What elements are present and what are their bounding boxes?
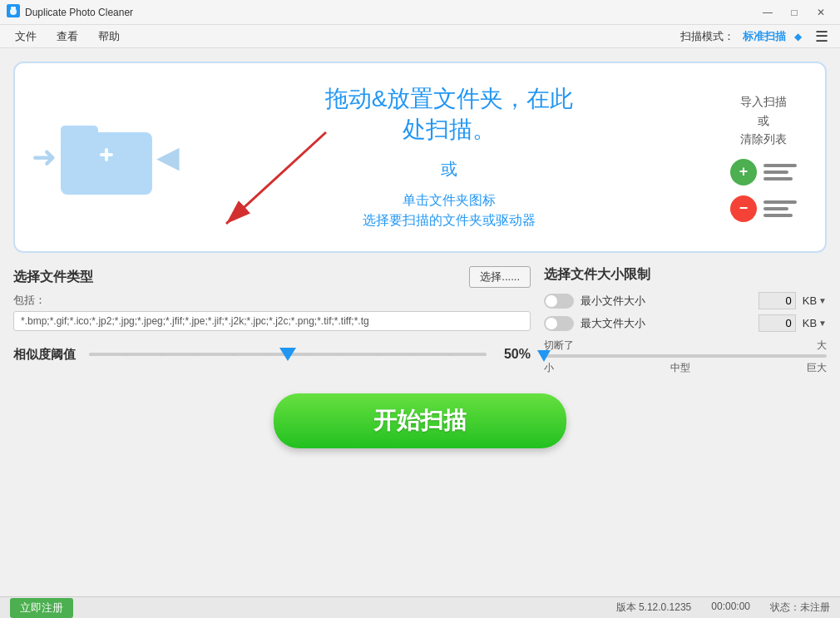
import-section: 导入扫描或清除列表 + −: [722, 92, 805, 221]
svg-rect-2: [11, 7, 16, 9]
menu-file[interactable]: 文件: [7, 26, 45, 47]
similarity-slider[interactable]: · · · · · · · · · · · ·: [89, 344, 487, 364]
main-content: ➜ ◀: [0, 48, 840, 462]
max-size-unit: KB ▼: [803, 317, 827, 329]
menubar-right: 扫描模式： 标准扫描 ◆ ☰: [680, 26, 833, 47]
min-size-input[interactable]: [758, 292, 796, 309]
menubar-left: 文件 查看 帮助: [7, 26, 128, 47]
import-label: 导入扫描或清除列表: [740, 92, 787, 148]
statusbar: 立即注册 版本 5.12.0.1235 00:00:00 状态：未注册: [0, 596, 840, 618]
similarity-section: 相似度阈值 · · · · · · · · · ·: [13, 344, 531, 364]
drop-zone-main-text: 拖动&放置文件夹，在此处扫描。: [193, 84, 705, 145]
file-type-header: 选择文件类型 选择......: [13, 266, 531, 288]
file-types-display: *.bmp;*.gif;*.ico;*.jp2;*.jpg;*.jpeg;*.j…: [13, 311, 531, 331]
titlebar: Duplicate Photo Cleaner — □ ✕: [0, 0, 840, 25]
drop-zone[interactable]: ➜ ◀: [13, 62, 827, 253]
min-file-size-row: 最小文件大小 KB ▼: [544, 292, 827, 309]
svg-rect-4: [61, 126, 98, 141]
scan-mode-arrow-icon: ◆: [794, 31, 802, 42]
folder-area: ➜ ◀: [35, 111, 176, 203]
similarity-slider-thumb: [279, 348, 296, 361]
max-size-toggle[interactable]: [544, 316, 574, 331]
max-size-toggle-knob: [546, 318, 557, 329]
file-size-title: 选择文件大小限制: [544, 266, 827, 284]
timer-label: 00:00:00: [711, 601, 750, 615]
svg-rect-3: [61, 132, 152, 195]
close-button[interactable]: ✕: [808, 4, 833, 21]
add-icon: +: [730, 159, 757, 185]
scan-mode-value[interactable]: 标准扫描: [743, 29, 786, 44]
svg-point-1: [10, 8, 17, 15]
file-size-slider-thumb: [537, 350, 551, 362]
start-scan-button[interactable]: 开始扫描: [274, 393, 566, 448]
file-type-section: 选择文件类型 选择...... 包括： *.bmp;*.gif;*.ico;*.…: [13, 266, 531, 375]
file-size-slider-top-labels: 切断了 大: [544, 339, 827, 353]
similarity-slider-track: · · · · · · · · · · · ·: [89, 353, 487, 356]
select-file-types-button[interactable]: 选择......: [469, 266, 531, 288]
status-label: 状态：未注册: [770, 601, 830, 615]
arrow-right-icon: ➜: [32, 140, 57, 175]
titlebar-left: Duplicate Photo Cleaner: [7, 4, 133, 21]
add-list-lines-icon: [763, 164, 797, 180]
min-size-label: 最小文件大小: [581, 294, 752, 309]
file-size-slider[interactable]: [544, 354, 827, 358]
titlebar-controls: — □ ✕: [755, 4, 833, 21]
max-file-size-row: 最大文件大小 KB ▼: [544, 314, 827, 332]
min-unit-dropdown-icon[interactable]: ▼: [818, 296, 827, 305]
menu-help[interactable]: 帮助: [90, 26, 128, 47]
bottom-section: 选择文件类型 选择...... 包括： *.bmp;*.gif;*.ico;*.…: [13, 266, 827, 375]
app-icon: [7, 4, 20, 21]
drop-zone-sub-text: 单击文件夹图标选择要扫描的文件夹或驱动器: [193, 190, 705, 230]
includes-label: 包括：: [13, 293, 531, 308]
import-remove-button[interactable]: −: [730, 195, 797, 222]
max-size-input[interactable]: [758, 314, 796, 332]
import-add-button[interactable]: +: [730, 159, 797, 185]
max-unit-dropdown-icon[interactable]: ▼: [818, 319, 827, 328]
status-info: 版本 5.12.0.1235 00:00:00 状态：未注册: [616, 601, 830, 615]
remove-list-lines-icon: [763, 200, 797, 217]
file-size-section: 选择文件大小限制 最小文件大小 KB ▼ 最大文件大小: [544, 266, 827, 375]
file-size-slider-section: 切断了 大 小 中型 巨大: [544, 339, 827, 375]
min-size-unit: KB ▼: [803, 294, 827, 307]
file-type-title: 选择文件类型: [13, 269, 93, 286]
drop-zone-or-text: 或: [193, 158, 705, 180]
minus-icon: −: [730, 195, 757, 222]
min-size-toggle-knob: [546, 295, 557, 307]
arrow-left-icon: ◀: [156, 140, 180, 175]
titlebar-title: Duplicate Photo Cleaner: [25, 7, 133, 18]
register-button[interactable]: 立即注册: [10, 598, 73, 618]
minimize-button[interactable]: —: [755, 4, 780, 21]
svg-rect-6: [105, 148, 108, 161]
scan-mode-label: 扫描模式：: [680, 29, 734, 44]
scan-btn-container: 开始扫描: [13, 385, 827, 455]
similarity-percent: 50%: [493, 347, 531, 362]
maximize-button[interactable]: □: [782, 4, 807, 21]
menu-view[interactable]: 查看: [48, 26, 86, 47]
folder-icon[interactable]: [57, 111, 156, 203]
version-label: 版本 5.12.0.1235: [616, 601, 692, 615]
file-size-slider-bottom-labels: 小 中型 巨大: [544, 361, 827, 375]
drop-zone-text: 拖动&放置文件夹，在此处扫描。 或 单击文件夹图标选择要扫描的文件夹或驱动器: [176, 84, 722, 230]
max-size-label: 最大文件大小: [581, 316, 752, 331]
min-size-toggle[interactable]: [544, 294, 574, 309]
menubar: 文件 查看 帮助 扫描模式： 标准扫描 ◆ ☰: [0, 25, 840, 48]
similarity-label: 相似度阈值: [13, 347, 76, 363]
hamburger-menu-icon[interactable]: ☰: [810, 26, 833, 47]
